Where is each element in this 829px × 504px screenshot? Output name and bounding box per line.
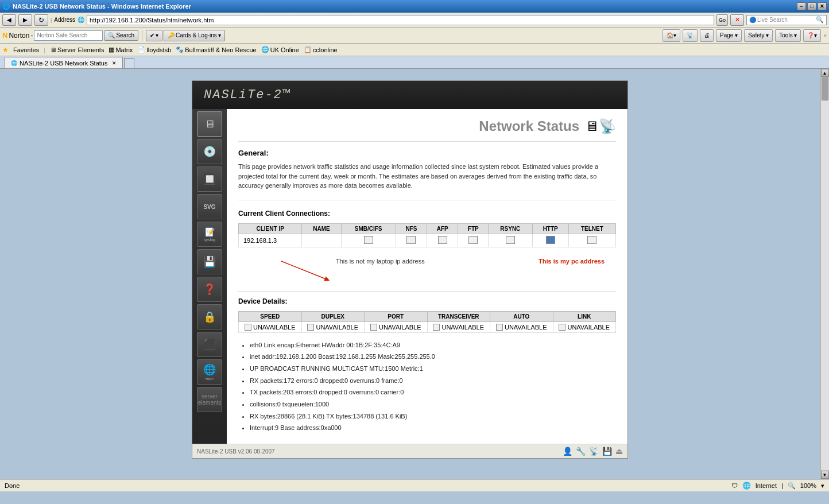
norton-search-input[interactable] xyxy=(34,30,103,41)
fav-lloydstsb-icon: 📄 xyxy=(137,46,145,53)
live-search-box[interactable]: 🔵 Live Search 🔍 xyxy=(746,15,827,25)
naslite-logo: NASLiTe-2™ xyxy=(204,88,291,102)
zoom-icon: 🔍 xyxy=(788,482,796,490)
safety-menu[interactable]: Safety ▾ xyxy=(744,29,773,42)
maximize-button[interactable]: □ xyxy=(807,2,816,10)
sidebar-item-syslog[interactable]: 📝 syslog xyxy=(197,222,222,247)
fav-server-elements-icon: 🖥 xyxy=(50,46,56,53)
scroll-up-button[interactable]: ▲ xyxy=(821,69,829,77)
fav-separator: | xyxy=(44,46,45,53)
syslog-icon: 📝 xyxy=(205,227,215,237)
sidebar-item-svg[interactable]: SVG xyxy=(197,194,222,219)
fav-lloydstsb-label: lloydstsb xyxy=(146,46,171,53)
speed-cell: UNAVAILABLE xyxy=(239,321,302,332)
scroll-track[interactable] xyxy=(821,77,829,470)
client-smb-1 xyxy=(341,234,396,247)
connection-row-1: 192.168.1.3 xyxy=(239,234,616,247)
naslite-version: NASLite-2 USB v2.06 08-2007 xyxy=(197,448,275,455)
fav-ukonline-icon: 🌐 xyxy=(261,46,269,53)
col-telnet: TELNET xyxy=(568,223,615,234)
page-menu[interactable]: Page ▾ xyxy=(716,29,742,42)
title-bar: 🌐 NASLite-2 USB Network Status - Windows… xyxy=(0,0,829,13)
fav-matrix[interactable]: ▦ Matrix xyxy=(109,46,133,53)
home-button[interactable]: 🏠▾ xyxy=(663,29,680,42)
sidebar-item-disk[interactable]: 💿 xyxy=(197,139,222,164)
fav-server-elements[interactable]: 🖥 Server Elements xyxy=(50,46,104,53)
help-button[interactable]: ❓▾ xyxy=(803,29,821,42)
col-auto: AUTO xyxy=(490,311,553,321)
back-button[interactable]: ◀ xyxy=(2,14,16,26)
content-area: NASLiTe-2™ 🖥 💿 🔲 SVG xyxy=(0,69,829,479)
fav-ukonline[interactable]: 🌐 UK Online xyxy=(261,46,299,53)
port-unavail: UNAVAILABLE xyxy=(369,324,423,331)
fav-bullmastiff[interactable]: 🐾 Bullmastiff & Neo Rescue xyxy=(176,46,257,53)
client-nfs-1 xyxy=(396,234,427,247)
search-icon: 🔍 xyxy=(816,16,824,24)
eth-list-item: eth0 Link encap:Ethernet HWaddr 00:1B:2F… xyxy=(250,340,616,351)
vertical-scrollbar[interactable]: ▲ ▼ xyxy=(820,69,829,479)
duplex-unavail-label: UNAVAILABLE xyxy=(316,324,358,331)
address-input[interactable] xyxy=(87,15,714,25)
auto-checkbox-icon xyxy=(496,324,503,331)
title-bar-icon: 🌐 xyxy=(2,3,10,10)
chip-icon: 🔲 xyxy=(203,173,216,185)
scroll-thumb[interactable] xyxy=(822,77,828,100)
close-button[interactable]: ✕ xyxy=(818,2,827,10)
forward-button[interactable]: ▶ xyxy=(18,14,32,26)
new-tab-button[interactable] xyxy=(124,58,134,68)
connections-table: CLIENT IP NAME SMB/CIFS NFS AFP FTP RSYN… xyxy=(238,223,616,247)
port-unavail-label: UNAVAILABLE xyxy=(379,324,421,331)
minimize-button[interactable]: − xyxy=(797,2,806,10)
lock-icon: 🔒 xyxy=(203,311,216,323)
tools-menu[interactable]: Tools ▾ xyxy=(775,29,801,42)
scroll-down-button[interactable]: ▼ xyxy=(821,471,829,479)
sidebar-item-help[interactable]: ❓ xyxy=(197,277,222,302)
separator-icon: | xyxy=(781,482,783,489)
address-label: Address xyxy=(54,17,75,23)
zone-label: Internet xyxy=(756,482,777,489)
svg-line-0 xyxy=(281,261,327,280)
tab-bar: 🌐 NASLite-2 USB Network Status ✕ xyxy=(0,56,829,69)
stop-button[interactable]: ✕ xyxy=(730,14,744,26)
go-button[interactable]: Go xyxy=(716,14,728,26)
sidebar-item-chip[interactable]: 🔲 xyxy=(197,166,222,192)
feeds-button[interactable]: 📡 xyxy=(683,29,698,42)
zoom-dropdown[interactable]: ▾ xyxy=(821,482,824,490)
print-button[interactable]: 🖨 xyxy=(700,29,714,42)
favorites-bar: ★ Favorites | 🖥 Server Elements ▦ Matrix… xyxy=(0,44,829,56)
page-title-area: Network Status 🖥📡 xyxy=(238,118,616,142)
toolbar-expand: » xyxy=(823,32,827,38)
favorites-label: Favorites xyxy=(13,46,39,53)
search-icon: 🔍 xyxy=(108,32,115,38)
speed-checkbox-icon xyxy=(245,324,251,331)
naslite-body: 🖥 💿 🔲 SVG 📝 syslog xyxy=(192,109,627,444)
fav-cclonline[interactable]: 📋 cclonline xyxy=(304,46,338,53)
sidebar-item-server-elements[interactable]: serverelements xyxy=(197,387,222,412)
norton-area: N Norton - 🔍 Search xyxy=(2,30,142,41)
refresh-button[interactable]: ↻ xyxy=(34,14,48,26)
favorites-star-icon: ★ xyxy=(2,46,9,54)
tab-active[interactable]: 🌐 NASLite-2 USB Network Status ✕ xyxy=(5,57,123,68)
security-button[interactable]: ✔ ▾ xyxy=(146,30,162,41)
sidebar-item-terminal[interactable]: ⬛ xyxy=(197,332,222,357)
cards-label: Cards & Log-ins xyxy=(176,32,217,38)
norton-search-button[interactable]: 🔍 Search xyxy=(104,30,138,41)
footer-icon-3: 📡 xyxy=(589,447,599,456)
col-client-ip: CLIENT IP xyxy=(239,223,302,234)
sidebar-item-globe[interactable]: 🌐 http:// xyxy=(197,359,222,385)
sidebar-item-status[interactable]: 🖥 xyxy=(197,111,222,137)
cards-button[interactable]: 🔑 Cards & Log-ins ▾ xyxy=(164,30,225,41)
server-elements-icon: serverelements xyxy=(198,393,222,406)
tab-close-icon[interactable]: ✕ xyxy=(112,60,117,66)
fav-lloydstsb[interactable]: 📄 lloydstsb xyxy=(137,46,171,53)
sidebar-item-disc[interactable]: 💾 xyxy=(197,249,222,274)
naslite-box: NASLiTe-2™ 🖥 💿 🔲 SVG xyxy=(192,80,628,459)
title-bar-controls: − □ ✕ xyxy=(797,2,827,10)
cards-dropdown: ▾ xyxy=(218,32,221,38)
footer-icon-5: ⏏ xyxy=(615,447,623,456)
sidebar-item-lock[interactable]: 🔒 xyxy=(197,304,222,329)
speed-unavail: UNAVAILABLE xyxy=(243,324,297,331)
live-search-icon: 🔵 xyxy=(749,17,756,23)
page-title: Network Status xyxy=(479,118,579,134)
nav-separator: | xyxy=(51,17,52,23)
